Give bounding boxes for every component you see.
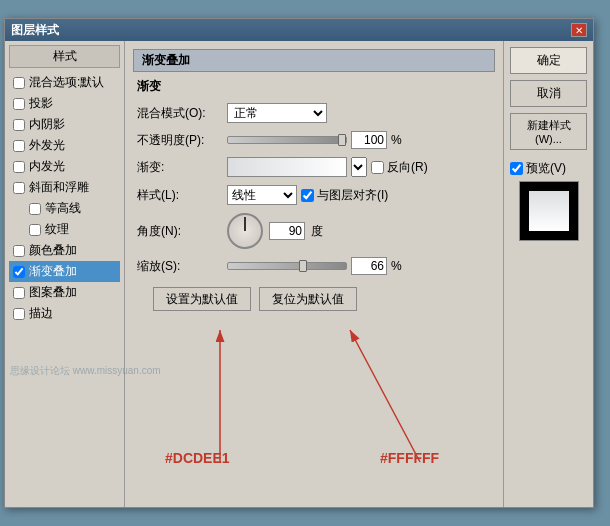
style-item-stroke[interactable]: 描边 xyxy=(9,303,120,324)
bottom-buttons: 设置为默认值 复位为默认值 xyxy=(133,287,495,311)
contour-label: 等高线 xyxy=(45,200,81,217)
close-button[interactable]: ✕ xyxy=(571,23,587,37)
style-item-innerglow[interactable]: 内发光 xyxy=(9,156,120,177)
align-layer-label: 与图层对齐(I) xyxy=(317,187,388,204)
blend-mode-row: 混合模式(O): 正常 xyxy=(133,103,495,123)
preview-inner xyxy=(529,191,569,231)
scale-input[interactable] xyxy=(351,257,387,275)
blend-mode-label: 混合模式(O): xyxy=(137,105,227,122)
angle-row: 角度(N): 度 xyxy=(133,213,495,249)
angle-dial[interactable] xyxy=(227,213,263,249)
styles-panel-title: 样式 xyxy=(9,45,120,68)
texture-label: 纹理 xyxy=(45,221,69,238)
angle-label: 角度(N): xyxy=(137,223,227,240)
bevel-checkbox[interactable] xyxy=(13,182,25,194)
patternoverlay-label: 图案叠加 xyxy=(29,284,77,301)
preview-checkbox[interactable] xyxy=(510,162,523,175)
style-item-contour[interactable]: 等高线 xyxy=(9,198,120,219)
scale-slider-container: % xyxy=(227,257,402,275)
scale-unit: % xyxy=(391,259,402,273)
cancel-button[interactable]: 取消 xyxy=(510,80,587,107)
style-item-dropshadow[interactable]: 投影 xyxy=(9,93,120,114)
dialog-title: 图层样式 xyxy=(11,22,59,39)
gradient-row: 渐变: 反向(R) xyxy=(133,157,495,177)
reverse-label-container: 反向(R) xyxy=(371,159,428,176)
scale-slider-track[interactable] xyxy=(227,262,347,270)
outerglow-label: 外发光 xyxy=(29,137,65,154)
section-title: 渐变叠加 xyxy=(133,49,495,72)
stroke-label: 描边 xyxy=(29,305,53,322)
dropshadow-checkbox[interactable] xyxy=(13,98,25,110)
gradient-label: 渐变: xyxy=(137,159,227,176)
innerglow-label: 内发光 xyxy=(29,158,65,175)
color2-text: #FFFFFF xyxy=(380,450,439,466)
gradientoverlay-checkbox[interactable] xyxy=(13,266,25,278)
innershadow-label: 内阴影 xyxy=(29,116,65,133)
blend-mode-select[interactable]: 正常 xyxy=(227,103,327,123)
blend-label: 混合选项:默认 xyxy=(29,74,104,91)
gradient-preview[interactable] xyxy=(227,157,347,177)
opacity-slider-track[interactable] xyxy=(227,136,347,144)
style-item-texture[interactable]: 纹理 xyxy=(9,219,120,240)
color1-label: #DCDEE1 xyxy=(165,450,230,466)
style-label: 样式(L): xyxy=(137,187,227,204)
angle-input[interactable] xyxy=(269,222,305,240)
layer-style-dialog: 图层样式 ✕ 样式 混合选项:默认 投影 内阴影 外发光 xyxy=(4,18,594,508)
style-select[interactable]: 线性 xyxy=(227,185,297,205)
scale-label: 缩放(S): xyxy=(137,258,227,275)
style-item-innershadow[interactable]: 内阴影 xyxy=(9,114,120,135)
angle-unit: 度 xyxy=(311,223,323,240)
set-default-button[interactable]: 设置为默认值 xyxy=(153,287,251,311)
title-bar: 图层样式 ✕ xyxy=(5,19,593,41)
outerglow-checkbox[interactable] xyxy=(13,140,25,152)
preview-section: 预览(V) xyxy=(510,160,587,245)
opacity-slider-thumb[interactable] xyxy=(338,134,346,146)
bevel-label: 斜面和浮雕 xyxy=(29,179,89,196)
align-layer-checkbox[interactable] xyxy=(301,189,314,202)
right-panel: 确定 取消 新建样式(W)... 预览(V) xyxy=(503,41,593,507)
angle-dial-container: 度 xyxy=(227,213,323,249)
style-item-patternoverlay[interactable]: 图案叠加 xyxy=(9,282,120,303)
style-item-gradientoverlay[interactable]: 渐变叠加 xyxy=(9,261,120,282)
confirm-button[interactable]: 确定 xyxy=(510,47,587,74)
contour-checkbox[interactable] xyxy=(29,203,41,215)
reverse-checkbox[interactable] xyxy=(371,161,384,174)
scale-slider-thumb[interactable] xyxy=(299,260,307,272)
dial-line xyxy=(244,217,246,231)
scale-row: 缩放(S): % xyxy=(133,257,495,275)
coloroverlay-label: 颜色叠加 xyxy=(29,242,77,259)
style-select-row: 线性 与图层对齐(I) xyxy=(227,185,388,205)
preview-checkbox-container: 预览(V) xyxy=(510,160,587,177)
style-item-coloroverlay[interactable]: 颜色叠加 xyxy=(9,240,120,261)
gradient-dropdown[interactable] xyxy=(351,157,367,177)
color1-text: #DCDEE1 xyxy=(165,450,230,466)
innerglow-checkbox[interactable] xyxy=(13,161,25,173)
preview-box xyxy=(519,181,579,241)
new-style-button[interactable]: 新建样式(W)... xyxy=(510,113,587,150)
opacity-row: 不透明度(P): % xyxy=(133,131,495,149)
style-row: 样式(L): 线性 与图层对齐(I) xyxy=(133,185,495,205)
opacity-unit: % xyxy=(391,133,402,147)
watermark: 思缘设计论坛 www.missyuan.com xyxy=(10,364,161,378)
style-item-outerglow[interactable]: 外发光 xyxy=(9,135,120,156)
style-item-bevel[interactable]: 斜面和浮雕 xyxy=(9,177,120,198)
style-item-blend[interactable]: 混合选项:默认 xyxy=(9,72,120,93)
opacity-input[interactable] xyxy=(351,131,387,149)
patternoverlay-checkbox[interactable] xyxy=(13,287,25,299)
stroke-checkbox[interactable] xyxy=(13,308,25,320)
blend-checkbox[interactable] xyxy=(13,77,25,89)
align-layer-container: 与图层对齐(I) xyxy=(301,187,388,204)
gradient-picker-row: 反向(R) xyxy=(227,157,428,177)
reverse-label: 反向(R) xyxy=(387,159,428,176)
coloroverlay-checkbox[interactable] xyxy=(13,245,25,257)
opacity-label: 不透明度(P): xyxy=(137,132,227,149)
innershadow-checkbox[interactable] xyxy=(13,119,25,131)
dropshadow-label: 投影 xyxy=(29,95,53,112)
reset-default-button[interactable]: 复位为默认值 xyxy=(259,287,357,311)
opacity-slider-container: % xyxy=(227,131,402,149)
color2-label: #FFFFFF xyxy=(380,450,439,466)
texture-checkbox[interactable] xyxy=(29,224,41,236)
preview-label: 预览(V) xyxy=(526,160,566,177)
gradientoverlay-label: 渐变叠加 xyxy=(29,263,77,280)
sub-section-title: 渐变 xyxy=(133,78,495,95)
